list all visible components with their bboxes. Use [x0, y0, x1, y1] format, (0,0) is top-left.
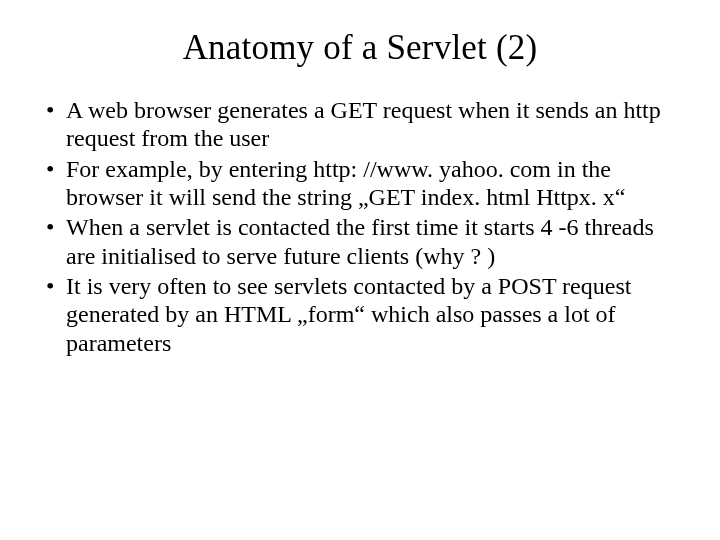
- bullet-list: A web browser generates a GET request wh…: [36, 96, 684, 357]
- list-item: A web browser generates a GET request wh…: [36, 96, 684, 153]
- slide-title: Anatomy of a Servlet (2): [36, 28, 684, 68]
- list-item: For example, by entering http: //www. ya…: [36, 155, 684, 212]
- slide: Anatomy of a Servlet (2) A web browser g…: [0, 0, 720, 540]
- list-item: It is very often to see servlets contact…: [36, 272, 684, 357]
- list-item: When a servlet is contacted the first ti…: [36, 213, 684, 270]
